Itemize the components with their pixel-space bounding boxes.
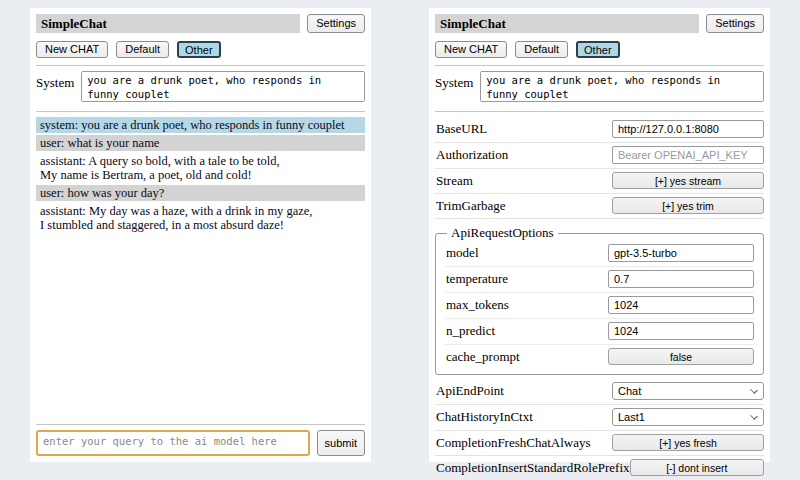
setting-label: n_predict <box>445 323 495 339</box>
cache-prompt-toggle-button[interactable]: false <box>608 348 754 365</box>
max-tokens-input[interactable] <box>608 296 754 314</box>
session-button-default[interactable]: Default <box>116 41 169 58</box>
chat-message-list: system: you are a drunk poet, who respon… <box>36 117 365 235</box>
app-title: SimpleChat <box>36 14 300 33</box>
temperature-input[interactable] <box>608 270 754 288</box>
api-request-options-fieldset: ApiRequestOptions model temperature max_… <box>435 225 764 375</box>
query-row: submit <box>36 430 365 456</box>
setting-row-stream: Stream [+] yes stream <box>435 169 764 194</box>
setting-row-completioninsertstandardroleprefix: CompletionInsertStandardRolePrefix [-] d… <box>435 456 764 480</box>
setting-row-completionfreshchatalways: CompletionFreshChatAlways [+] yes fresh <box>435 431 764 456</box>
apiendpoint-select-wrap: Chat <box>612 382 764 400</box>
system-label: System <box>36 71 74 91</box>
setting-row-max-tokens: max_tokens <box>445 293 754 319</box>
setting-label: CompletionInsertStandardRolePrefix <box>435 460 630 476</box>
settings-panel: SimpleChat Settings New CHAT Default Oth… <box>429 8 770 462</box>
completion-fresh-toggle-button[interactable]: [+] yes fresh <box>612 434 764 451</box>
setting-label: TrimGarbage <box>435 198 506 214</box>
session-button-default[interactable]: Default <box>515 41 568 58</box>
chat-message-user: user: how was your day? <box>36 185 365 201</box>
session-button-other[interactable]: Other <box>576 41 620 58</box>
chat-message-assistant: assistant: A query so bold, with a tale … <box>36 153 365 183</box>
setting-row-n-predict: n_predict <box>445 319 754 345</box>
spacer <box>36 235 365 417</box>
divider <box>36 65 365 66</box>
baseurl-input[interactable] <box>612 120 764 138</box>
chat-panel: SimpleChat Settings New CHAT Default Oth… <box>30 8 371 462</box>
setting-label: model <box>445 245 479 261</box>
divider <box>36 424 365 425</box>
n-predict-input[interactable] <box>608 322 754 340</box>
system-prompt-textarea[interactable]: you are a drunk poet, who responds in fu… <box>480 71 764 102</box>
system-prompt-row: System you are a drunk poet, who respond… <box>435 71 764 102</box>
header-row: SimpleChat Settings <box>36 14 365 33</box>
setting-row-baseurl: BaseURL <box>435 117 764 143</box>
setting-label: Authorization <box>435 147 508 163</box>
system-label: System <box>435 71 473 91</box>
chathistory-select[interactable]: Last1 <box>612 408 764 426</box>
trimgarbage-toggle-button[interactable]: [+] yes trim <box>612 197 764 214</box>
setting-row-chathistoryinctxt: ChatHistoryInCtxt Last1 <box>435 405 764 431</box>
chat-message-assistant: assistant: My day was a haze, with a dri… <box>36 203 365 233</box>
chathistory-select-wrap: Last1 <box>612 408 764 426</box>
system-prompt-row: System you are a drunk poet, who respond… <box>36 71 365 102</box>
setting-label: BaseURL <box>435 121 487 137</box>
settings-button[interactable]: Settings <box>706 14 764 33</box>
setting-row-apiendpoint: ApiEndPoint Chat <box>435 379 764 405</box>
setting-label: max_tokens <box>445 297 509 313</box>
setting-label: ApiEndPoint <box>435 383 504 399</box>
submit-button[interactable]: submit <box>317 430 365 456</box>
setting-row-trimgarbage: TrimGarbage [+] yes trim <box>435 194 764 219</box>
divider <box>435 65 764 66</box>
setting-row-cache-prompt: cache_prompt false <box>445 345 754 369</box>
setting-label: cache_prompt <box>445 349 520 365</box>
chat-message-system: system: you are a drunk poet, who respon… <box>36 117 365 133</box>
setting-label: temperature <box>445 271 508 287</box>
divider <box>435 111 764 112</box>
setting-row-model: model <box>445 241 754 267</box>
model-input[interactable] <box>608 244 754 262</box>
session-buttons-row: New CHAT Default Other <box>435 41 764 58</box>
api-request-options-legend: ApiRequestOptions <box>447 225 558 241</box>
session-buttons-row: New CHAT Default Other <box>36 41 365 58</box>
divider <box>36 111 365 112</box>
apiendpoint-select[interactable]: Chat <box>612 382 764 400</box>
chat-message-user: user: what is your name <box>36 135 365 151</box>
stream-toggle-button[interactable]: [+] yes stream <box>612 172 764 189</box>
new-chat-button[interactable]: New CHAT <box>435 41 507 58</box>
setting-label: Stream <box>435 173 473 189</box>
query-input[interactable] <box>36 430 310 456</box>
new-chat-button[interactable]: New CHAT <box>36 41 108 58</box>
setting-label: CompletionFreshChatAlways <box>435 435 591 451</box>
setting-label: ChatHistoryInCtxt <box>435 409 533 425</box>
setting-row-temperature: temperature <box>445 267 754 293</box>
settings-button[interactable]: Settings <box>307 14 365 33</box>
session-button-other[interactable]: Other <box>177 41 221 58</box>
authorization-input[interactable] <box>612 146 764 164</box>
completion-insert-toggle-button[interactable]: [-] dont insert <box>630 459 764 476</box>
system-prompt-textarea[interactable]: you are a drunk poet, who responds in fu… <box>81 71 365 102</box>
setting-row-authorization: Authorization <box>435 143 764 169</box>
app-title: SimpleChat <box>435 14 699 33</box>
header-row: SimpleChat Settings <box>435 14 764 33</box>
